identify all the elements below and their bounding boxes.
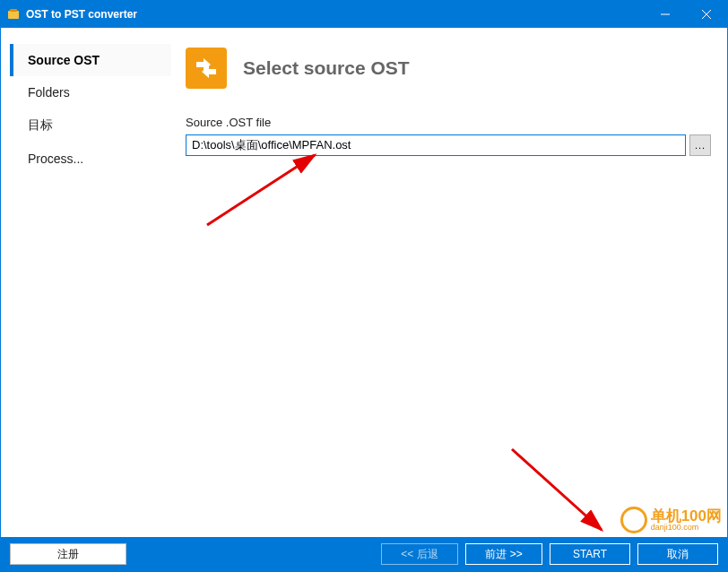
- svg-rect-0: [8, 11, 19, 19]
- svg-rect-1: [10, 9, 17, 12]
- sidebar: Source OST Folders 目标 Process...: [10, 35, 171, 537]
- main-panel: Select source OST Source .OST file ...: [180, 35, 718, 537]
- close-button[interactable]: [686, 1, 727, 28]
- sidebar-item-folders[interactable]: Folders: [10, 76, 171, 108]
- exchange-icon: [186, 48, 227, 89]
- next-button[interactable]: 前进 >>: [465, 543, 542, 565]
- titlebar: OST to PST converter: [1, 1, 727, 28]
- minimize-button[interactable]: [645, 1, 686, 28]
- sidebar-item-label: Process...: [28, 152, 83, 166]
- sidebar-item-label: Source OST: [28, 53, 100, 67]
- source-file-label: Source .OST file: [186, 116, 711, 129]
- watermark-icon: [620, 507, 647, 533]
- register-button[interactable]: 注册: [10, 543, 126, 565]
- source-path-input[interactable]: [186, 134, 686, 156]
- page-heading: Select source OST: [243, 57, 410, 79]
- window-controls: [645, 1, 727, 28]
- cancel-button[interactable]: 取消: [637, 543, 718, 565]
- watermark: 单机100网 danji100.com: [620, 507, 722, 533]
- footer: 注册 << 后退 前进 >> START 取消: [1, 537, 727, 571]
- back-button[interactable]: << 后退: [381, 543, 458, 565]
- sidebar-item-process[interactable]: Process...: [10, 143, 171, 175]
- window-title: OST to PST converter: [26, 8, 645, 21]
- sidebar-item-label: 目标: [28, 117, 53, 132]
- start-button[interactable]: START: [550, 543, 630, 565]
- body: Source OST Folders 目标 Process... Select …: [1, 28, 727, 537]
- app-icon: [6, 7, 21, 22]
- heading-row: Select source OST: [186, 42, 711, 116]
- sidebar-item-source-ost[interactable]: Source OST: [10, 44, 171, 76]
- watermark-cn: 单机100网: [651, 508, 722, 524]
- source-path-row: ...: [186, 134, 711, 156]
- browse-button[interactable]: ...: [689, 134, 711, 156]
- watermark-en: danji100.com: [651, 524, 722, 532]
- sidebar-item-label: Folders: [28, 85, 70, 100]
- sidebar-item-target[interactable]: 目标: [10, 108, 171, 143]
